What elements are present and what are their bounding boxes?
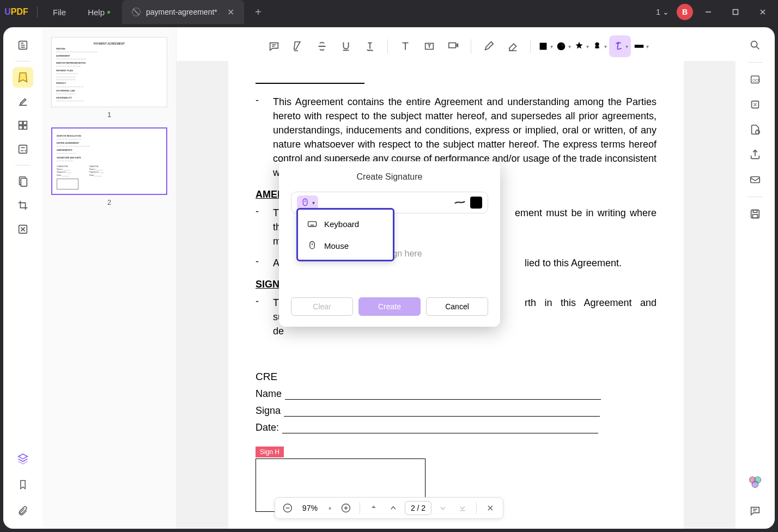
compress-button[interactable] — [745, 94, 765, 115]
text-tool[interactable] — [394, 35, 416, 57]
squiggly-tool[interactable] — [359, 35, 381, 57]
method-keyboard-label: Keyboard — [324, 219, 359, 229]
chevron-down-icon: ▾ — [329, 505, 331, 511]
zoom-navigation-bar: 97%▾ 2 / 2 — [275, 497, 503, 519]
stamp-tool[interactable]: ▾ — [573, 40, 589, 52]
page-thumbnail-1[interactable]: PAYMENT AGREEMENT PARTIES— — — — — — — —… — [51, 37, 167, 107]
highlight-tool[interactable] — [287, 35, 309, 57]
app-logo: UPDF — [0, 7, 33, 17]
protect-button[interactable] — [745, 119, 765, 140]
opened-count-label: 1 — [656, 8, 660, 16]
rail-separator — [747, 62, 763, 63]
shape-tool[interactable]: ▾ — [537, 40, 553, 52]
share-button[interactable] — [745, 144, 765, 165]
crop-button[interactable] — [13, 195, 33, 216]
pencil-tool[interactable] — [478, 35, 500, 57]
email-button[interactable] — [745, 169, 765, 190]
input-method-menu: Keyboard Mouse — [296, 208, 394, 261]
note-tool[interactable] — [263, 35, 285, 57]
comments-panel-button[interactable] — [745, 500, 765, 521]
underline-tool[interactable] — [335, 35, 357, 57]
chevron-down-icon: ▾ — [586, 44, 589, 50]
reader-mode-button[interactable] — [13, 35, 33, 56]
search-button[interactable] — [745, 35, 765, 56]
svg-rect-20 — [753, 210, 757, 213]
form-mode-button[interactable] — [13, 139, 33, 160]
opened-files-dropdown[interactable]: 1⌄ — [652, 5, 673, 19]
chevron-down-icon: ▾ — [550, 44, 553, 50]
comment-mode-button[interactable] — [13, 67, 33, 88]
new-tab-button[interactable]: + — [251, 4, 266, 20]
page-thumbnail-2[interactable]: DISPUTE RESOLUTION— — — — — — — — — ENTI… — [51, 127, 167, 195]
separator — [360, 502, 360, 514]
menu-help-label: Help — [88, 8, 105, 17]
svg-rect-18 — [751, 177, 760, 183]
first-page-button[interactable] — [366, 500, 382, 516]
logo-pdf: PDF — [11, 7, 28, 17]
content-area: PAYMENT AGREEMENT PARTIES— — — — — — — —… — [3, 27, 775, 529]
separator — [476, 502, 477, 514]
maximize-button[interactable] — [724, 3, 747, 21]
strikethrough-tool[interactable] — [311, 35, 333, 57]
minimize-button[interactable] — [696, 3, 720, 21]
method-mouse[interactable]: Mouse — [298, 235, 393, 256]
svg-rect-11 — [21, 179, 27, 187]
thumb-doc-title: PAYMENT AGREEMENT — [56, 42, 162, 46]
document-tab[interactable]: payment-agreement* ✕ — [122, 0, 244, 24]
method-mouse-label: Mouse — [324, 241, 349, 250]
bookmarks-button[interactable] — [13, 474, 33, 495]
menu-file[interactable]: File — [42, 8, 77, 17]
sign-here-badge[interactable]: Sign H — [256, 447, 284, 457]
label-name: Name — [256, 388, 282, 399]
attachments-button[interactable] — [13, 500, 33, 521]
user-avatar[interactable]: B — [677, 4, 693, 20]
callout-tool[interactable] — [442, 35, 464, 57]
last-page-button[interactable] — [454, 500, 471, 516]
toolbar-separator — [387, 39, 388, 53]
logo-u: U — [4, 7, 11, 17]
redact-button[interactable] — [13, 219, 33, 240]
menu-help[interactable]: Help — [77, 8, 116, 17]
svg-rect-1 — [733, 10, 738, 15]
svg-rect-9 — [19, 145, 27, 154]
zoom-value: 97% — [302, 504, 318, 512]
attachment-tool[interactable]: ▾ — [591, 40, 607, 52]
svg-point-24 — [752, 481, 758, 488]
organize-pages-button[interactable] — [13, 115, 33, 136]
clear-button[interactable]: Clear — [291, 297, 353, 316]
close-zoombar-button[interactable] — [482, 500, 499, 516]
eraser-tool[interactable] — [502, 35, 524, 57]
tab-title: payment-agreement* — [146, 8, 217, 16]
close-window-button[interactable] — [751, 3, 775, 21]
workspace: PAYMENT AGREEMENT PARTIES— — — — — — — —… — [0, 24, 778, 532]
ocr-button[interactable]: OCR — [745, 69, 765, 90]
svg-rect-34 — [308, 222, 317, 227]
method-keyboard[interactable]: Keyboard — [298, 213, 393, 235]
signature-tool[interactable]: ▾ — [609, 35, 631, 57]
cancel-button[interactable]: Cancel — [426, 297, 488, 316]
ai-assistant-button[interactable] — [745, 472, 765, 493]
page-tools-button[interactable] — [13, 171, 33, 192]
edit-mode-button[interactable] — [13, 91, 33, 112]
next-page-button[interactable] — [435, 500, 451, 516]
text-fragment: lied to this Agreement. — [525, 258, 622, 268]
rail-separator — [15, 61, 31, 62]
name-field-line — [285, 389, 601, 400]
tab-close-button[interactable]: ✕ — [227, 7, 234, 17]
textbox-tool[interactable] — [418, 35, 440, 57]
sticker-tool[interactable]: ▾ — [555, 40, 571, 52]
thickness-icon[interactable] — [454, 200, 466, 204]
prev-page-button[interactable] — [385, 500, 402, 516]
save-button[interactable] — [745, 204, 765, 224]
zoom-in-button[interactable] — [338, 500, 354, 516]
create-button[interactable]: Create — [358, 297, 421, 316]
svg-text:OCR: OCR — [752, 78, 761, 82]
zoom-out-button[interactable] — [279, 500, 296, 516]
zoom-level-dropdown[interactable]: 97%▾ — [299, 504, 335, 512]
svg-point-13 — [751, 41, 757, 47]
measure-tool[interactable]: ▾ — [633, 40, 649, 52]
chevron-down-icon: ▾ — [646, 44, 649, 50]
page-number-input[interactable]: 2 / 2 — [405, 501, 431, 515]
color-swatch[interactable] — [470, 197, 482, 209]
thumbnails-panel-button[interactable] — [13, 448, 33, 469]
